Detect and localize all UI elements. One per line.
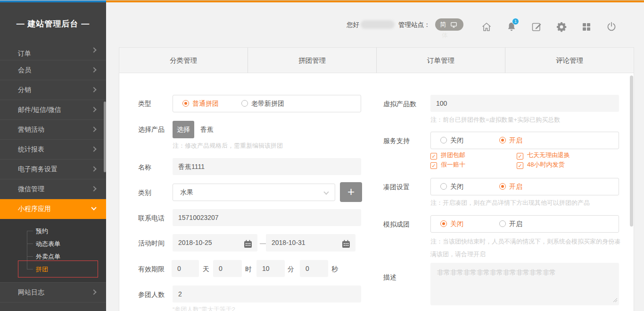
- description-textarea[interactable]: 非常非常非常非常非常非常非常非常非常: [430, 263, 619, 305]
- radio-label: 老带新拼团: [251, 100, 284, 107]
- checkbox-48h-shipping[interactable]: 48小时内发货: [517, 160, 564, 169]
- submenu-item-booking[interactable]: 预约: [0, 225, 106, 237]
- calendar-icon[interactable]: [341, 238, 351, 255]
- radio-simulate-off[interactable]: 关闭: [440, 220, 463, 228]
- radio-gather-on[interactable]: 开启: [499, 183, 522, 191]
- monitor-icon: [450, 21, 458, 29]
- checkbox-checked-icon: [517, 162, 523, 169]
- radio-unselected-icon: [440, 183, 447, 190]
- sidebar-item-site-logs[interactable]: 网站日志: [0, 283, 106, 303]
- tab-order-management[interactable]: 订单管理: [376, 48, 505, 73]
- chevron-right-icon: [91, 107, 96, 112]
- sidebar-item-orders[interactable]: 订单: [0, 47, 106, 60]
- duration-minutes-input[interactable]: 10: [256, 260, 285, 277]
- virtual-count-label: 虚拟产品数: [383, 100, 416, 109]
- sidebar-submenu: 预约 动态表单 外卖点单 拼团: [0, 219, 106, 283]
- power-icon[interactable]: [606, 21, 617, 33]
- sidebar-item-wechat-management[interactable]: 微信管理: [0, 179, 106, 199]
- participants-input[interactable]: 2: [173, 286, 361, 303]
- gather-radio-group: 关闭 开启: [430, 178, 619, 195]
- service-radio-group: 关闭 开启: [430, 132, 619, 149]
- selection-highlight-box: [18, 261, 98, 277]
- radio-service-off[interactable]: 关闭: [440, 136, 463, 145]
- add-category-button[interactable]: +: [340, 182, 362, 202]
- submenu-item-label: 预约: [36, 227, 48, 235]
- radio-referral-groupbuy[interactable]: 老带新拼团: [241, 100, 284, 108]
- sidebar-item-ecommerce-settings[interactable]: 电子商务设置: [0, 160, 106, 179]
- content-scrollbar[interactable]: [630, 76, 633, 227]
- category-value: 水果: [180, 188, 193, 197]
- resize-handle-icon[interactable]: [613, 296, 618, 304]
- sidebar-item-statistics[interactable]: 统计报表: [0, 140, 106, 160]
- chevron-down-icon: [91, 205, 96, 210]
- sidebar-scrollbar[interactable]: [104, 101, 106, 172]
- end-date-input[interactable]: 2018-10-31: [266, 234, 355, 252]
- tab-review-management[interactable]: 评论管理: [505, 48, 634, 73]
- name-input[interactable]: 香蕉1111: [173, 158, 361, 175]
- category-select[interactable]: 水果: [173, 184, 335, 201]
- sidebar-item-members[interactable]: 会员: [0, 60, 106, 80]
- radio-label: 关闭: [450, 136, 463, 144]
- tab-category-management[interactable]: 分类管理: [119, 48, 248, 73]
- chevron-right-icon: [91, 87, 96, 92]
- radio-service-on[interactable]: 开启: [499, 136, 522, 145]
- calendar-icon[interactable]: [243, 238, 253, 255]
- checkbox-label: 48小时内发货: [527, 161, 564, 168]
- radio-selected-icon: [499, 183, 506, 190]
- checkbox-free-shipping[interactable]: 拼团包邮: [430, 151, 465, 160]
- virtual-count-input[interactable]: 100: [430, 95, 619, 112]
- checkbox-7day-return[interactable]: 七天无理由退换: [517, 151, 570, 160]
- checkbox-fake-one-pay-ten[interactable]: 假一赔十: [430, 160, 465, 169]
- sidebar-item-marketing[interactable]: 营销活动: [0, 120, 106, 140]
- radio-simulate-on[interactable]: 开启: [499, 220, 522, 228]
- duration-days-input[interactable]: 0: [172, 260, 199, 277]
- gear-icon[interactable]: [556, 21, 567, 33]
- app-title: — 建站管理后台 —: [0, 18, 106, 29]
- choose-product-button[interactable]: 选择: [173, 121, 194, 138]
- sidebar-item-mail-sms-wechat[interactable]: 邮件/短信/微信: [0, 100, 106, 120]
- bell-icon[interactable]: 1: [506, 21, 517, 33]
- checkbox-checked-icon: [430, 153, 437, 160]
- participants-note: “参团人数”需大于等于2: [173, 305, 235, 311]
- radio-gather-off[interactable]: 关闭: [440, 183, 463, 191]
- content-panel: 分类管理 拼团管理 订单管理 评论管理 类型 普通拼团 老带新拼团 选择产品 选…: [119, 47, 634, 311]
- tab-bar: 分类管理 拼团管理 订单管理 评论管理: [119, 48, 634, 73]
- radio-label: 开启: [509, 136, 522, 144]
- radio-selected-icon: [499, 137, 506, 143]
- username-redacted: [361, 20, 395, 29]
- product-value: 香蕉: [200, 126, 214, 134]
- phone-input[interactable]: 15710023207: [173, 209, 361, 226]
- edit-icon[interactable]: [531, 21, 542, 33]
- submenu-item-takeout-ordering[interactable]: 外卖点单: [0, 250, 106, 263]
- simulate-radio-group: 关闭 开启: [430, 215, 619, 233]
- description-value: 非常非常非常非常非常非常非常非常非常: [437, 269, 556, 276]
- submenu-item-dynamic-forms[interactable]: 动态表单: [0, 237, 106, 250]
- product-label: 选择产品: [138, 126, 165, 134]
- duration-hours-unit: 时: [245, 265, 252, 274]
- sidebar-item-label: 营销活动: [18, 126, 44, 133]
- sidebar-menu: 订单 会员 分销 邮件/短信/微信 营销活动 统计报表 电子商务设置 微信管理: [0, 47, 106, 311]
- start-date-input[interactable]: 2018-10-25: [173, 234, 257, 252]
- type-radio-group: 普通拼团 老带新拼团: [173, 95, 361, 112]
- home-icon[interactable]: [481, 21, 492, 33]
- duration-seconds-input[interactable]: 0: [300, 260, 328, 277]
- radio-normal-groupbuy[interactable]: 普通拼团: [182, 100, 219, 108]
- sidebar-item-distribution[interactable]: 分销: [0, 80, 106, 100]
- virtual-count-note: 注：前台已拼团件数=虚拟数量+实际已购买总数: [430, 116, 560, 124]
- sidebar-item-label: 会员: [18, 66, 31, 74]
- radio-label: 关闭: [450, 183, 463, 190]
- sidebar-item-miniprogram-apps[interactable]: 小程序应用: [0, 199, 106, 219]
- participants-label: 参团人数: [138, 291, 165, 299]
- language-toggle-pill[interactable]: 简: [435, 18, 463, 31]
- apps-grid-icon[interactable]: [581, 21, 592, 33]
- tab-groupbuy-management[interactable]: 拼团管理: [248, 48, 376, 73]
- checkbox-checked-icon: [430, 162, 437, 169]
- chevron-right-icon: [91, 47, 96, 52]
- sidebar: — 建站管理后台 — 订单 会员 分销 邮件/短信/微信 营销活动 统计报表 电…: [0, 2, 106, 311]
- radio-label: 开启: [509, 183, 522, 190]
- top-header: 您好 管理站点： 简 体 1: [106, 2, 644, 47]
- duration-hours-input[interactable]: 0: [213, 260, 242, 277]
- end-date-value: 2018-10-31: [272, 239, 305, 246]
- radio-selected-icon: [182, 100, 189, 107]
- submenu-item-groupbuy[interactable]: 拼团: [0, 263, 106, 276]
